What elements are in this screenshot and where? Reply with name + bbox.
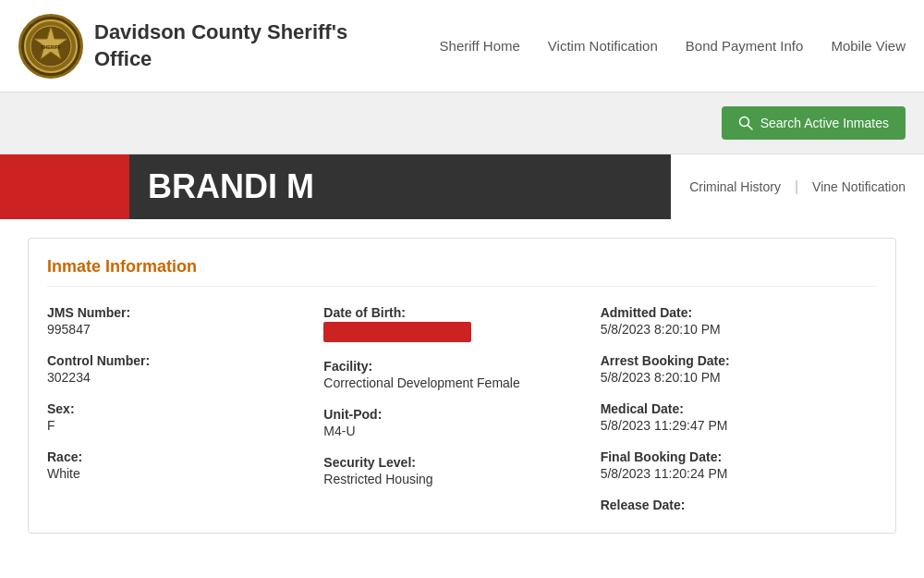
arrest-booking-date-value: 5/8/2023 8:20:10 PM	[601, 370, 721, 385]
sex-value: F	[47, 418, 55, 433]
medical-date-value: 5/8/2023 11:29:47 PM	[601, 418, 728, 433]
inmate-banner: BRANDI M Criminal History | Vine Notific…	[0, 154, 924, 219]
inmate-info-section: Inmate Information JMS Number: 995847 Co…	[28, 238, 896, 534]
org-name: Davidson County Sheriff's Office	[94, 19, 347, 72]
dob-field: Date of Birth:	[323, 305, 581, 342]
final-booking-date-value: 5/8/2023 11:20:24 PM	[601, 466, 728, 481]
vine-notification-link[interactable]: Vine Notification	[812, 179, 906, 194]
criminal-history-link[interactable]: Criminal History	[689, 179, 781, 194]
race-value: White	[47, 466, 80, 481]
release-date-field: Release Date:	[601, 498, 858, 514]
nav-sheriff-home[interactable]: Sheriff Home	[440, 38, 520, 54]
unit-pod-field: Unit-Pod: M4-U	[323, 407, 581, 438]
unit-pod-label: Unit-Pod:	[323, 407, 581, 422]
security-level-label: Security Level:	[323, 455, 581, 470]
search-active-inmates-button[interactable]: Search Active Inmates	[722, 106, 906, 140]
svg-text:SHERIFF: SHERIFF	[41, 44, 60, 50]
page-header: SHERIFF Davidson County Sheriff's Office…	[0, 0, 924, 92]
facility-value: Correctional Development Female	[323, 375, 519, 390]
release-date-label: Release Date:	[601, 498, 858, 512]
action-divider: |	[795, 178, 798, 195]
facility-label: Facility:	[323, 359, 581, 374]
inmate-photo	[0, 154, 129, 219]
final-booking-date-field: Final Booking Date: 5/8/2023 11:20:24 PM	[601, 449, 858, 481]
race-field: Race: White	[47, 449, 305, 481]
jms-number-label: JMS Number:	[47, 305, 305, 320]
final-booking-date-label: Final Booking Date:	[601, 449, 858, 464]
race-label: Race:	[47, 449, 305, 464]
arrest-booking-date-label: Arrest Booking Date:	[601, 353, 858, 368]
inmate-info-grid: JMS Number: 995847 Control Number: 30223…	[47, 305, 877, 514]
facility-field: Facility: Correctional Development Femal…	[323, 359, 581, 390]
sex-label: Sex:	[47, 401, 305, 416]
inmate-actions: Criminal History | Vine Notification	[671, 154, 924, 219]
svg-line-5	[748, 126, 752, 130]
control-number-label: Control Number:	[47, 353, 305, 368]
dob-redacted	[323, 322, 471, 342]
jms-number-value: 995847	[47, 322, 91, 337]
jms-number-field: JMS Number: 995847	[47, 305, 305, 337]
search-icon	[738, 116, 753, 130]
arrest-booking-date-field: Arrest Booking Date: 5/8/2023 8:20:10 PM	[601, 353, 858, 385]
content-wrapper: Inmate Information JMS Number: 995847 Co…	[0, 219, 924, 578]
security-level-field: Security Level: Restricted Housing	[323, 455, 581, 486]
inmate-info-title: Inmate Information	[47, 257, 877, 287]
medical-date-field: Medical Date: 5/8/2023 11:29:47 PM	[601, 401, 858, 433]
unit-pod-value: M4-U	[323, 424, 355, 438]
nav-victim-notification[interactable]: Victim Notification	[548, 38, 658, 54]
main-content: Inmate Information JMS Number: 995847 Co…	[0, 219, 924, 571]
admitted-date-label: Admitted Date:	[601, 305, 858, 320]
medical-date-label: Medical Date:	[601, 401, 858, 416]
info-col-3: Admitted Date: 5/8/2023 8:20:10 PM Arres…	[601, 305, 877, 514]
main-nav: Sheriff Home Victim Notification Bond Pa…	[440, 38, 906, 54]
admitted-date-field: Admitted Date: 5/8/2023 8:20:10 PM	[601, 305, 858, 337]
aka-section: Also Known As (AKA)	[0, 571, 924, 578]
search-bar-area: Search Active Inmates	[0, 92, 924, 154]
info-col-1: JMS Number: 995847 Control Number: 30223…	[47, 305, 323, 514]
control-number-value: 302234	[47, 370, 91, 385]
info-col-2: Date of Birth: Facility: Correctional De…	[323, 305, 600, 514]
sex-field: Sex: F	[47, 401, 305, 433]
nav-mobile-view[interactable]: Mobile View	[831, 38, 906, 54]
logo-area: SHERIFF Davidson County Sheriff's Office	[18, 14, 440, 79]
sheriff-badge-logo: SHERIFF	[18, 14, 83, 79]
inmate-name: BRANDI M	[129, 167, 671, 206]
nav-bond-payment-info[interactable]: Bond Payment Info	[686, 38, 804, 54]
dob-label: Date of Birth:	[323, 305, 581, 320]
security-level-value: Restricted Housing	[323, 472, 432, 486]
control-number-field: Control Number: 302234	[47, 353, 305, 385]
admitted-date-value: 5/8/2023 8:20:10 PM	[601, 322, 721, 337]
